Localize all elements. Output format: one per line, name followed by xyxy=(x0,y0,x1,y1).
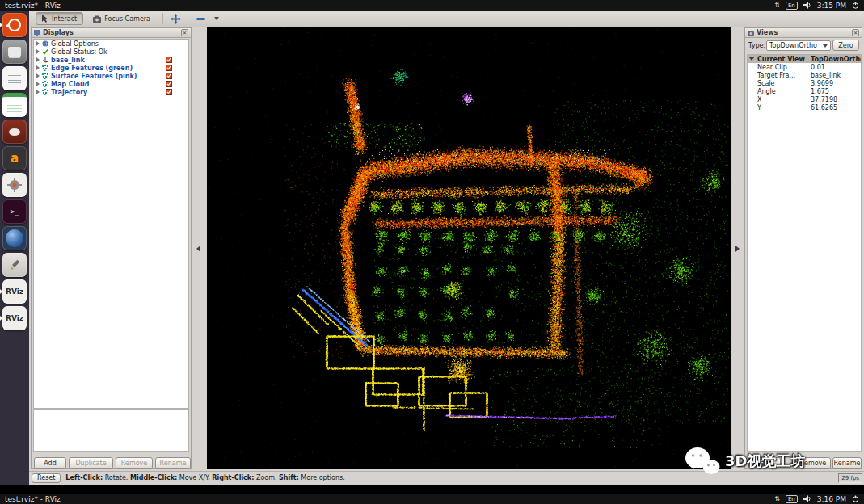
keyboard-layout-icon[interactable]: ⇅ xyxy=(774,2,780,9)
rename-display-button[interactable]: Rename xyxy=(155,457,191,469)
running-indicator xyxy=(0,23,2,27)
expand-arrow-icon[interactable] xyxy=(36,57,40,62)
right-splitter-handle[interactable] xyxy=(734,243,740,254)
spreadsheet-grid-icon xyxy=(7,103,22,112)
interact-tool-button[interactable]: Interact xyxy=(36,12,83,25)
add-display-button[interactable]: Add xyxy=(34,457,66,469)
pointcloud-icon xyxy=(42,89,48,95)
dash-home-icon[interactable] xyxy=(2,13,27,37)
add-tool-dropdown[interactable] xyxy=(210,12,223,25)
measure-tool-icon[interactable] xyxy=(194,12,207,25)
chevron-down-icon xyxy=(214,17,219,20)
display-row-label: Surface Features (pink) xyxy=(51,73,137,80)
spreadsheet-icon[interactable] xyxy=(2,93,27,117)
property-value[interactable]: 61.6265 xyxy=(811,104,837,111)
software-center-icon[interactable] xyxy=(2,173,27,197)
power-icon[interactable] xyxy=(852,495,859,502)
display-row-label: Trajectory xyxy=(51,89,87,96)
display-enabled-checkbox[interactable] xyxy=(166,89,172,95)
display-enabled-checkbox[interactable] xyxy=(166,57,172,63)
language-indicator[interactable]: En xyxy=(786,495,798,503)
rviz-launcher-icon-2[interactable]: RViz xyxy=(2,306,27,330)
move-camera-tool-icon[interactable] xyxy=(169,12,182,25)
interact-label: Interact xyxy=(52,15,77,23)
language-indicator[interactable]: En xyxy=(786,2,798,10)
property-row-x[interactable]: X 37.7198 xyxy=(748,95,861,103)
browser-icon[interactable] xyxy=(2,226,27,250)
property-value[interactable]: 0.01 xyxy=(811,64,825,71)
window-title: test.rviz* - RViz xyxy=(5,495,61,503)
volume-icon[interactable] xyxy=(803,495,811,502)
volume-icon[interactable] xyxy=(803,2,811,9)
remove-display-button[interactable]: Remove xyxy=(116,457,153,469)
property-value[interactable]: 3.9699 xyxy=(811,80,833,87)
axes-icon xyxy=(42,57,48,63)
terminal-icon[interactable]: >_ xyxy=(2,200,27,224)
display-row-global-status[interactable]: Global Status: Ok xyxy=(34,48,188,56)
rename-view-button[interactable]: Rename xyxy=(832,457,862,469)
3d-viewport[interactable] xyxy=(207,27,731,469)
display-row-map-cloud[interactable]: Map Cloud xyxy=(34,80,188,88)
property-row-near-clip[interactable]: Near Clip ... 0.01 xyxy=(748,63,861,71)
property-row-scale[interactable]: Scale 3.9699 xyxy=(748,79,861,87)
document-lines-icon xyxy=(8,74,21,83)
displays-tree: Global Options Global Status: Ok base_li… xyxy=(33,39,189,409)
display-enabled-checkbox[interactable] xyxy=(166,81,172,87)
presentation-icon[interactable] xyxy=(2,120,27,144)
property-value[interactable]: base_link xyxy=(811,72,841,79)
reset-button[interactable]: Reset xyxy=(32,473,61,483)
display-row-label: Global Status: Ok xyxy=(51,48,107,56)
clock[interactable]: 3:15 PM xyxy=(817,2,846,10)
duplicate-display-button[interactable]: Duplicate xyxy=(69,457,113,469)
display-enabled-checkbox[interactable] xyxy=(166,65,172,71)
property-row-target-frame[interactable]: Target Fra... base_link xyxy=(748,71,861,79)
property-value[interactable]: 1.675 xyxy=(811,88,829,95)
property-row-angle[interactable]: Angle 1.675 xyxy=(748,87,861,95)
focus-camera-tool-button[interactable]: Focus Camera xyxy=(86,12,157,25)
file-cabinet-icon xyxy=(8,47,21,57)
expand-arrow-icon[interactable] xyxy=(36,74,40,78)
display-enabled-checkbox[interactable] xyxy=(166,73,172,79)
notes-icon[interactable] xyxy=(2,253,27,277)
text-editor-icon[interactable] xyxy=(2,66,27,90)
zero-button[interactable]: Zero xyxy=(832,40,859,51)
property-name: Angle xyxy=(757,88,776,95)
display-row-global-options[interactable]: Global Options xyxy=(34,40,188,48)
display-row-surface-features[interactable]: Surface Features (pink) xyxy=(34,72,188,80)
expand-arrow-icon[interactable] xyxy=(36,41,40,46)
type-label: Type: xyxy=(748,42,765,49)
close-icon[interactable]: ✕ xyxy=(852,29,859,36)
displays-panel-header[interactable]: Displays ✕ xyxy=(32,28,191,38)
window-title: test.rviz* - RViz xyxy=(5,2,61,10)
expand-arrow-icon[interactable] xyxy=(36,65,40,70)
amazon-icon[interactable]: a xyxy=(2,146,27,170)
expand-arrow-icon[interactable] xyxy=(36,82,40,86)
clock[interactable]: 3:16 PM xyxy=(817,495,846,503)
presentation-shape-icon xyxy=(9,128,20,136)
power-icon[interactable] xyxy=(852,2,859,9)
check-icon xyxy=(42,48,48,55)
displays-panel-title: Displays xyxy=(43,29,74,36)
left-splitter-handle[interactable] xyxy=(195,243,201,254)
view-type-combo[interactable]: TopDownOrtho xyxy=(766,40,831,51)
rviz-logo-text: RViz xyxy=(6,288,23,296)
view-type-row: Type: TopDownOrtho Zero xyxy=(745,40,862,52)
expand-arrow-icon[interactable] xyxy=(36,49,40,54)
rviz-launcher-icon-1[interactable]: RViz xyxy=(2,279,27,304)
files-icon[interactable] xyxy=(2,40,27,64)
pointcloud-icon xyxy=(42,73,48,79)
display-row-base-link[interactable]: base_link xyxy=(34,56,188,64)
keyboard-layout-icon[interactable]: ⇅ xyxy=(774,495,780,502)
pointcloud-canvas[interactable] xyxy=(207,27,731,469)
property-row-current-view[interactable]: Current View TopDownOrtho ... xyxy=(748,55,861,63)
views-panel-header[interactable]: Views ✕ xyxy=(745,28,862,38)
display-row-edge-features[interactable]: Edge Features (green) xyxy=(34,64,188,72)
property-row-y[interactable]: Y 61.6265 xyxy=(748,103,861,111)
display-row-trajectory[interactable]: Trajectory xyxy=(34,88,188,96)
close-icon[interactable]: ✕ xyxy=(181,29,188,36)
pointcloud-icon xyxy=(42,81,48,87)
property-value[interactable]: 37.7198 xyxy=(811,96,837,103)
amazon-letter: a xyxy=(11,151,19,166)
expand-arrow-icon[interactable] xyxy=(36,90,40,94)
collapse-arrow-icon[interactable] xyxy=(749,57,754,61)
